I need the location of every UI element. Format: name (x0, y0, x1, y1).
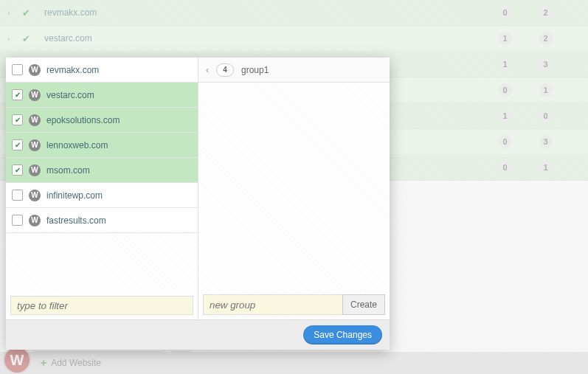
count-col-2: 1 (525, 161, 566, 174)
add-website-label: Add Website (51, 358, 101, 368)
count-col-2: 2 (525, 6, 566, 19)
site-checkbox[interactable]: ✔ (12, 114, 23, 125)
site-name-label: lennoxweb.com (46, 140, 108, 150)
add-website-bar[interactable]: + Add Website (0, 352, 588, 374)
plus-icon: + (41, 357, 46, 369)
group-footer: Create (198, 290, 390, 319)
count-col-1: 0 (485, 135, 525, 148)
wordpress-icon: W (29, 89, 41, 101)
expand-chevron-icon[interactable]: › (7, 9, 22, 17)
domain-label: revmakx.com (44, 7, 485, 18)
table-row[interactable]: ›✔vestarc.com12 (0, 26, 588, 52)
checkmark-icon[interactable]: ✔ (22, 33, 44, 44)
group-editor-modal: Wrevmakx.com✔Wvestarc.com✔Wepoksolutions… (6, 58, 390, 350)
save-changes-button[interactable]: Save Changes (303, 325, 382, 344)
new-group-input[interactable] (203, 294, 342, 315)
collapse-caret-icon[interactable]: ‹ (206, 65, 209, 75)
filter-wrap (6, 291, 198, 319)
site-name-label: revmakx.com (46, 65, 99, 75)
site-name-label: fastresults.com (46, 215, 106, 226)
wordpress-icon: W (29, 190, 41, 201)
site-name-label: epoksolutions.com (46, 115, 120, 125)
count-col-2: 3 (525, 135, 566, 148)
count-col-1: 1 (485, 109, 525, 122)
site-row[interactable]: ✔Wmsom.com (6, 158, 198, 183)
count-col-1: 1 (485, 58, 525, 71)
modal-body: Wrevmakx.com✔Wvestarc.com✔Wepoksolutions… (6, 58, 390, 319)
site-row[interactable]: ✔Wepoksolutions.com (6, 108, 198, 133)
site-name-label: vestarc.com (46, 90, 94, 100)
site-row[interactable]: ✔Wlennoxweb.com (6, 133, 198, 158)
sites-pane: Wrevmakx.com✔Wvestarc.com✔Wepoksolutions… (6, 58, 198, 319)
site-checkbox[interactable] (12, 190, 23, 201)
site-checkbox[interactable] (12, 64, 23, 75)
modal-footer: Save Changes (6, 319, 390, 350)
site-checkbox[interactable]: ✔ (12, 165, 23, 176)
sites-list: Wrevmakx.com✔Wvestarc.com✔Wepoksolutions… (6, 58, 198, 291)
group-count-badge: 4 (216, 63, 234, 77)
group-body (198, 83, 390, 290)
count-col-2: 3 (525, 58, 566, 71)
site-checkbox[interactable]: ✔ (12, 89, 23, 100)
wordpress-icon: W (29, 114, 41, 126)
domain-label: vestarc.com (44, 33, 485, 44)
wordpress-icon: W (29, 215, 41, 226)
site-row[interactable]: Wrevmakx.com (6, 58, 198, 83)
groups-pane: ‹ 4 group1 Create (198, 58, 390, 319)
count-col-1: 0 (485, 6, 525, 19)
site-row[interactable]: Winfinitewp.com (6, 183, 198, 208)
count-col-1: 0 (485, 83, 525, 97)
wordpress-icon: W (29, 64, 41, 76)
count-col-2: 0 (525, 109, 566, 122)
site-name-label: msom.com (46, 165, 90, 176)
group-name-label: group1 (241, 65, 269, 75)
expand-chevron-icon[interactable]: › (7, 35, 22, 43)
site-checkbox[interactable] (12, 215, 23, 226)
wordpress-icon: W (29, 139, 41, 151)
wordpress-icon: W (29, 165, 41, 176)
filter-input[interactable] (10, 296, 193, 315)
site-row[interactable]: Wfastresults.com (6, 208, 198, 233)
count-col-1: 1 (485, 32, 525, 45)
wordpress-logo-icon: W (4, 347, 30, 373)
count-col-2: 1 (525, 83, 566, 97)
count-col-2: 2 (525, 32, 566, 45)
group-header[interactable]: ‹ 4 group1 (198, 58, 390, 83)
table-row[interactable]: ›✔revmakx.com02 (0, 0, 588, 26)
checkmark-icon[interactable]: ✔ (22, 7, 44, 18)
site-row[interactable]: ✔Wvestarc.com (6, 83, 198, 108)
count-col-1: 0 (485, 161, 525, 174)
site-name-label: infinitewp.com (46, 190, 103, 201)
site-checkbox[interactable]: ✔ (12, 139, 23, 150)
create-group-button[interactable]: Create (342, 294, 385, 315)
